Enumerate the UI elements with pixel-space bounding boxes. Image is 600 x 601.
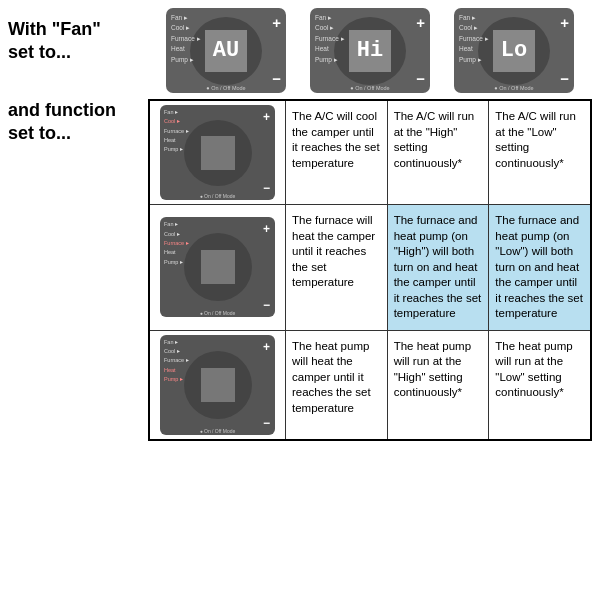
grid-row-heatpump: Fan ▸ Cool ▸ Furnace ▸ Heat Pump ▸ + − ●… [150, 331, 590, 439]
cell-cool-low: The A/C will run at the "Low" setting co… [489, 101, 590, 204]
thermostat-side-furnace: Fan ▸ Cool ▸ Furnace ▸ Heat Pump ▸ + − ●… [160, 217, 275, 317]
cell-heatpump-auto: The heat pump will heat the camper until… [286, 331, 388, 439]
plus-side-1[interactable]: + [263, 110, 270, 124]
plus-side-3[interactable]: + [263, 340, 270, 354]
on-off-label: ● On / Off Mode [166, 85, 286, 91]
grid-row-furnace: Fan ▸ Cool ▸ Furnace ▸ Heat Pump ▸ + − ●… [150, 205, 590, 331]
thermostat-auto: Fan ▸ Cool ▸ Furnace ▸ Heat Pump ▸ + AU … [166, 8, 286, 93]
on-off-label-2: ● On / Off Mode [310, 85, 430, 91]
display-auto: AU [213, 38, 239, 63]
thermostat-side-cool: Fan ▸ Cool ▸ Furnace ▸ Heat Pump ▸ + − ●… [160, 105, 275, 200]
display-high: Hi [357, 38, 383, 63]
plus-icon-3[interactable]: + [560, 14, 569, 31]
plus-icon[interactable]: + [272, 14, 281, 31]
display-low: Lo [501, 38, 527, 63]
plus-side-2[interactable]: + [263, 222, 270, 236]
cell-heatpump-low: The heat pump will run at the "Low" sett… [489, 331, 590, 439]
cell-furnace-auto: The furnace will heat the camper until i… [286, 205, 388, 330]
header-title: With "Fan" set to... [8, 18, 148, 63]
cell-furnace-high: The furnace and heat pump (on "High") wi… [388, 205, 490, 330]
thermostat-low: Fan ▸ Cool ▸ Furnace ▸ Heat Pump ▸ + Lo … [454, 8, 574, 93]
cell-cool-auto: The A/C will cool the camper until it re… [286, 101, 388, 204]
thermostat-side-heatpump: Fan ▸ Cool ▸ Furnace ▸ Heat Pump ▸ + − ●… [160, 335, 275, 435]
cell-heatpump-high: The heat pump will run at the "High" set… [388, 331, 490, 439]
function-set-label: and function set to... [8, 99, 148, 144]
cell-cool-high: The A/C will run at the "High" setting c… [388, 101, 490, 204]
on-off-label-3: ● On / Off Mode [454, 85, 574, 91]
on-off-side-1: ● On / Off Mode [160, 193, 275, 199]
thermostat-high: Fan ▸ Cool ▸ Furnace ▸ Heat Pump ▸ + Hi … [310, 8, 430, 93]
grid-row-cool: Fan ▸ Cool ▸ Furnace ▸ Heat Pump ▸ + − ●… [150, 101, 590, 205]
cell-furnace-low: The furnace and heat pump (on "Low") wil… [489, 205, 590, 330]
on-off-side-2: ● On / Off Mode [160, 310, 275, 316]
plus-icon-2[interactable]: + [416, 14, 425, 31]
on-off-side-3: ● On / Off Mode [160, 428, 275, 434]
